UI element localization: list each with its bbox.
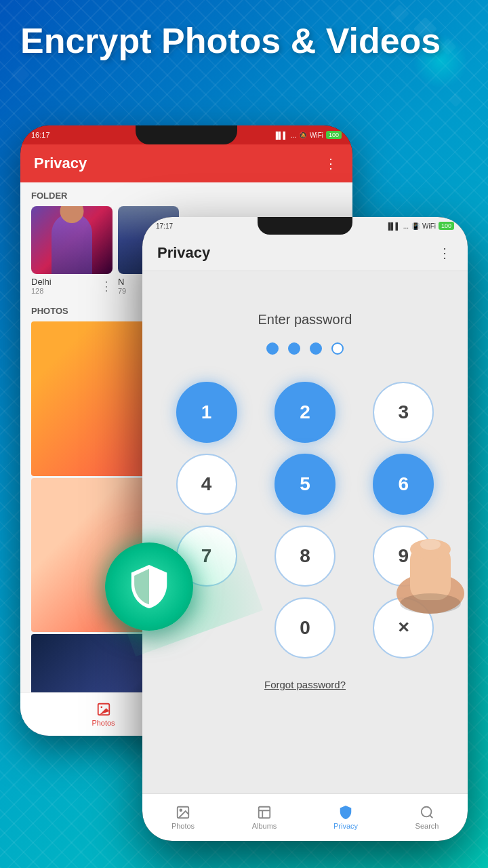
num-btn-8[interactable]: 8 — [274, 526, 336, 587]
svg-point-10 — [420, 539, 441, 550]
nav-photos-label-front: Photos — [171, 822, 195, 830]
hero-title: Encrypt Photos & Videos — [20, 22, 468, 60]
battery-icon: 100 — [326, 131, 342, 139]
svg-point-1 — [100, 706, 102, 708]
folder-count-n: 79 — [118, 287, 126, 295]
shield-icon — [125, 563, 173, 610]
folder-count-delhi: 128 — [31, 287, 52, 295]
num-btn-2[interactable]: 2 — [274, 382, 336, 443]
num-btn-3[interactable]: 3 — [373, 382, 434, 443]
phone-front-more: ... — [403, 222, 409, 230]
phone-front-header: Privacy ⋮ — [142, 235, 468, 271]
folder-section-label: FOLDER — [20, 182, 352, 206]
forgot-password-link[interactable]: Forgot password? — [264, 679, 346, 690]
pin-dots-container — [266, 342, 344, 355]
wifi-icon: WiFi — [310, 132, 323, 139]
pin-dot-3 — [310, 342, 322, 355]
svg-point-11 — [400, 593, 461, 614]
phone-front-menu-button[interactable]: ⋮ — [438, 245, 453, 261]
svg-point-6 — [422, 807, 432, 817]
phone-back-notch — [136, 125, 237, 144]
phone-back-status-icons: ▐▌▌ ... 🔕 WiFi 100 — [273, 131, 342, 139]
folder-name-n: N — [118, 277, 126, 287]
folder-label-delhi: Delhi 128 ⋮ — [31, 274, 113, 298]
svg-point-4 — [180, 809, 182, 811]
nav-photos-front[interactable]: Photos — [142, 805, 224, 830]
finger-icon — [386, 505, 474, 614]
num-btn-0[interactable]: 0 — [274, 597, 336, 658]
folder-photo-delhi — [31, 206, 113, 274]
phone-front-status-icons: ▐▌▌ ... 📳 WiFi 100 — [386, 222, 454, 230]
svg-rect-5 — [259, 807, 270, 818]
nav-privacy-label-front: Privacy — [333, 822, 358, 830]
num-btn-1[interactable]: 1 — [176, 382, 237, 443]
phone-front-wifi: WiFi — [422, 222, 436, 230]
phone-front-signal: ▐▌▌ — [386, 222, 400, 230]
phone-back-app-title: Privacy — [34, 155, 87, 172]
nav-search-front[interactable]: Search — [386, 805, 468, 830]
search-nav-icon-front — [420, 805, 434, 820]
nav-photos-label-back: Photos — [92, 719, 115, 727]
num-btn-4[interactable]: 4 — [176, 454, 237, 515]
shield-badge — [105, 542, 193, 631]
privacy-nav-icon-front — [338, 805, 353, 820]
nav-search-label-front: Search — [415, 822, 439, 830]
folder-name-delhi: Delhi — [31, 277, 52, 287]
phone-front-app-title: Privacy — [157, 244, 210, 262]
phone-back-time: 16:17 — [31, 131, 50, 139]
nav-albums-front[interactable]: Albums — [224, 805, 305, 830]
nav-privacy-front[interactable]: Privacy — [305, 805, 386, 830]
notification-icon: 🔕 — [299, 132, 307, 139]
photos-nav-icon-front — [176, 805, 190, 820]
folder-more-icon-delhi[interactable]: ⋮ — [100, 279, 113, 294]
phone-back-menu-button[interactable]: ⋮ — [324, 155, 339, 172]
pin-dot-2 — [288, 342, 300, 355]
albums-nav-icon-front — [257, 805, 272, 820]
pin-dot-4 — [331, 342, 344, 355]
pin-dot-1 — [266, 342, 279, 355]
folder-item-delhi[interactable]: Delhi 128 ⋮ — [31, 206, 113, 298]
nav-albums-label-front: Albums — [252, 822, 277, 830]
folder-thumb-delhi — [31, 206, 113, 274]
phone-front-notch — [258, 217, 352, 235]
phone-front-bottom-nav: Photos Albums Privacy Search — [142, 793, 468, 841]
finger-overlay — [386, 505, 474, 614]
phone-front-battery: 100 — [439, 222, 454, 230]
phone-front-vibrate: 📳 — [411, 222, 420, 230]
phone-front-time: 17:17 — [156, 222, 173, 230]
enter-password-label: Enter password — [258, 312, 352, 328]
photos-nav-icon-back — [96, 702, 111, 717]
phone-back-header: Privacy ⋮ — [20, 144, 352, 182]
signal-icon: ▐▌▌ — [273, 132, 287, 139]
more-icon: ... — [291, 132, 296, 139]
num-btn-5[interactable]: 5 — [274, 454, 336, 515]
